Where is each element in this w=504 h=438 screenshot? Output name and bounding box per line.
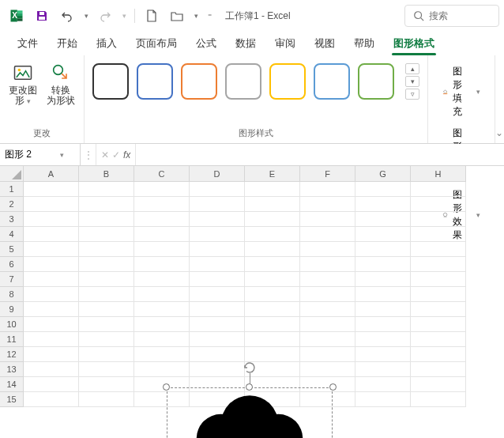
cell[interactable] <box>79 227 134 242</box>
row-header[interactable]: 9 <box>0 302 24 317</box>
cell[interactable] <box>411 242 466 257</box>
cell[interactable] <box>300 347 355 362</box>
cell[interactable] <box>24 227 79 242</box>
cell[interactable] <box>190 332 245 347</box>
cell[interactable] <box>134 227 190 242</box>
cell[interactable] <box>79 182 134 197</box>
cell[interactable] <box>355 317 411 332</box>
cell[interactable] <box>190 197 245 212</box>
cell[interactable] <box>355 302 411 317</box>
cell[interactable] <box>24 257 79 272</box>
row-header[interactable]: 3 <box>0 212 24 227</box>
cell[interactable] <box>190 317 245 332</box>
undo-button[interactable] <box>55 4 79 28</box>
row-header[interactable]: 2 <box>0 197 24 212</box>
cell[interactable] <box>190 212 245 227</box>
column-header[interactable]: C <box>134 166 190 182</box>
column-header[interactable]: D <box>190 166 245 182</box>
cell[interactable] <box>411 272 466 287</box>
cell[interactable] <box>300 197 355 212</box>
cell[interactable] <box>300 272 355 287</box>
rotate-handle-icon[interactable] <box>243 361 257 377</box>
ribbon-collapse-icon[interactable]: ⌄ <box>495 55 504 143</box>
cell[interactable] <box>300 302 355 317</box>
cell[interactable] <box>355 212 411 227</box>
style-swatch-6[interactable] <box>358 63 394 100</box>
column-header[interactable]: F <box>300 166 355 182</box>
cell[interactable] <box>411 227 466 242</box>
cell[interactable] <box>355 227 411 242</box>
column-header[interactable]: B <box>79 166 134 182</box>
cell[interactable] <box>411 182 466 197</box>
qat-customize[interactable]: ⁼ <box>203 4 216 28</box>
cell[interactable] <box>355 272 411 287</box>
cell[interactable] <box>245 272 300 287</box>
row-header[interactable]: 6 <box>0 257 24 272</box>
name-box-input[interactable] <box>5 149 54 160</box>
cell[interactable] <box>245 182 300 197</box>
cell[interactable] <box>134 362 190 377</box>
cell[interactable] <box>245 287 300 302</box>
cell[interactable] <box>300 227 355 242</box>
cell[interactable] <box>355 182 411 197</box>
fx-icon[interactable]: fx <box>123 149 130 160</box>
row-header[interactable]: 4 <box>0 227 24 242</box>
tab-文件[interactable]: 文件 <box>8 32 47 55</box>
cell[interactable] <box>79 272 134 287</box>
row-header[interactable]: 10 <box>0 317 24 332</box>
cell[interactable] <box>24 392 79 407</box>
cell[interactable] <box>411 362 466 377</box>
cell[interactable] <box>190 242 245 257</box>
row-header[interactable]: 12 <box>0 347 24 362</box>
cell[interactable] <box>79 212 134 227</box>
resize-handle[interactable] <box>329 383 337 391</box>
style-swatch-4[interactable] <box>269 63 306 100</box>
cell[interactable] <box>245 317 300 332</box>
styles-scroll-down[interactable]: ▾ <box>405 76 419 87</box>
cell[interactable] <box>134 182 190 197</box>
cell[interactable] <box>190 272 245 287</box>
column-header[interactable]: H <box>411 166 466 182</box>
cell[interactable] <box>24 317 79 332</box>
cell[interactable] <box>134 332 190 347</box>
cell[interactable] <box>411 347 466 362</box>
cell[interactable] <box>355 347 411 362</box>
column-header[interactable]: G <box>355 166 411 182</box>
tab-帮助[interactable]: 帮助 <box>344 32 384 55</box>
style-swatch-2[interactable] <box>181 63 217 100</box>
row-header[interactable]: 1 <box>0 182 24 197</box>
cell[interactable] <box>300 317 355 332</box>
cell[interactable] <box>300 242 355 257</box>
cell[interactable] <box>411 302 466 317</box>
tab-页面布局[interactable]: 页面布局 <box>126 32 186 55</box>
cell[interactable] <box>24 182 79 197</box>
cell[interactable] <box>134 212 190 227</box>
cell[interactable] <box>355 377 411 392</box>
cell[interactable] <box>245 212 300 227</box>
select-all-corner[interactable] <box>0 166 24 182</box>
cell[interactable] <box>245 257 300 272</box>
cell[interactable] <box>300 287 355 302</box>
cell[interactable] <box>24 347 79 362</box>
name-box-dropdown[interactable]: ▾ <box>57 148 67 162</box>
formula-bar-input[interactable] <box>136 144 504 165</box>
selected-shape[interactable] <box>167 387 333 438</box>
cell[interactable] <box>24 377 79 392</box>
column-header[interactable]: A <box>24 166 79 182</box>
row-header[interactable]: 7 <box>0 272 24 287</box>
cell[interactable] <box>355 197 411 212</box>
cell[interactable] <box>24 332 79 347</box>
cell[interactable] <box>79 377 134 392</box>
cell[interactable] <box>24 197 79 212</box>
cell[interactable] <box>190 347 245 362</box>
change-graphic-button[interactable]: 更改图形 ▾ <box>5 59 41 110</box>
cell[interactable] <box>355 362 411 377</box>
formula-expand-icon[interactable]: ⋮ <box>84 149 93 160</box>
style-swatch-1[interactable] <box>137 63 173 100</box>
row-header[interactable]: 11 <box>0 332 24 347</box>
cell[interactable] <box>134 257 190 272</box>
cell[interactable] <box>245 197 300 212</box>
cell[interactable] <box>79 257 134 272</box>
convert-to-shape-button[interactable]: 转换为形状 <box>43 59 79 110</box>
cell[interactable] <box>190 287 245 302</box>
